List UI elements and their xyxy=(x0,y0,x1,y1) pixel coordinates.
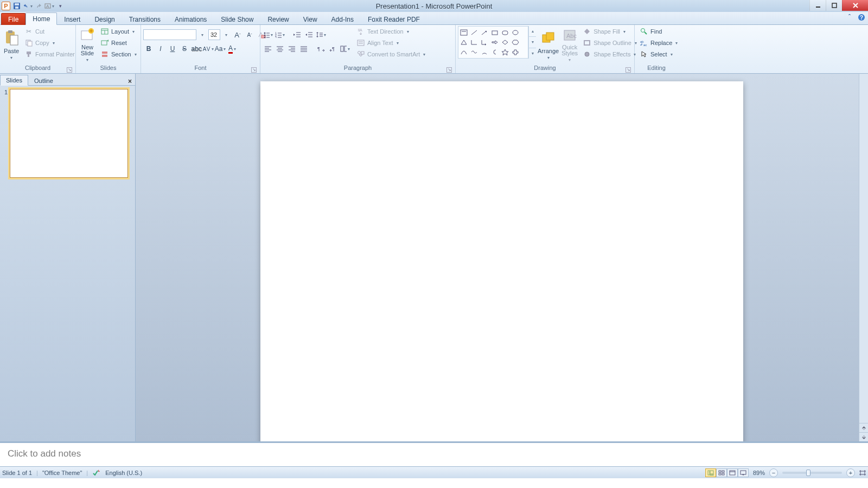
select-button[interactable]: Select xyxy=(637,49,680,60)
slide-thumbnail[interactable]: 1 xyxy=(2,89,133,178)
paste-button[interactable]: Paste ▾ xyxy=(2,26,21,63)
vertical-scrollbar[interactable]: ⬘⬙ xyxy=(859,74,868,441)
shape-block-arrow-icon[interactable] xyxy=(490,39,499,46)
outline-tab[interactable]: Outline xyxy=(28,75,59,86)
shapes-gallery-scroll[interactable]: ▴▾▾ xyxy=(528,26,536,59)
spellcheck-icon[interactable] xyxy=(92,469,101,477)
sorter-view-icon[interactable] xyxy=(716,468,727,477)
shape-triangle-icon[interactable] xyxy=(459,39,468,46)
clipboard-launcher-icon[interactable]: ↘ xyxy=(67,67,72,73)
italic-icon[interactable]: I xyxy=(155,43,166,54)
shape-oval-icon[interactable] xyxy=(511,29,519,36)
undo-icon[interactable] xyxy=(23,1,33,11)
tab-transitions[interactable]: Transitions xyxy=(122,13,168,25)
close-button[interactable] xyxy=(842,0,868,11)
zoom-thumb[interactable] xyxy=(806,470,810,476)
ltr-icon[interactable]: ¶ xyxy=(316,43,327,54)
shape-outline-button[interactable]: Shape Outline xyxy=(580,37,640,48)
drawing-launcher-icon[interactable]: ↘ xyxy=(626,67,631,73)
format-painter-button[interactable]: Format Painter xyxy=(22,49,78,60)
align-text-button[interactable]: Align Text xyxy=(354,37,428,48)
paragraph-launcher-icon[interactable]: ↘ xyxy=(446,67,452,73)
bold-icon[interactable]: B xyxy=(143,43,154,54)
line-spacing-icon[interactable] xyxy=(316,29,327,40)
shape-effects-button[interactable]: Shape Effects xyxy=(580,49,640,60)
strike-icon[interactable]: S xyxy=(179,43,190,54)
status-lang[interactable]: English (U.S.) xyxy=(105,470,142,476)
shape-hex-icon[interactable] xyxy=(511,39,519,46)
columns-icon[interactable] xyxy=(340,43,350,54)
cut-button[interactable]: ✂Cut xyxy=(22,26,78,37)
zoom-slider[interactable] xyxy=(782,472,842,474)
redo-icon[interactable] xyxy=(34,1,43,11)
shape-rect-icon[interactable] xyxy=(490,29,499,36)
tab-review[interactable]: Review xyxy=(260,13,296,25)
arrange-button[interactable]: Arrange▾ xyxy=(537,26,559,63)
status-zoom[interactable]: 89% xyxy=(753,470,765,476)
shadow-icon[interactable]: abc xyxy=(191,43,202,54)
font-size-dropdown[interactable] xyxy=(220,29,231,40)
numbering-icon[interactable]: 123 xyxy=(275,29,285,40)
underline-icon[interactable]: U xyxy=(167,43,178,54)
text-direction-button[interactable]: llAText Direction xyxy=(354,26,428,37)
increase-indent-icon[interactable] xyxy=(304,29,315,40)
thumbnail-list[interactable]: 1 xyxy=(0,86,135,441)
tab-animations[interactable]: Animations xyxy=(168,13,214,25)
shape-line-icon[interactable] xyxy=(470,29,478,36)
slideshow-view-icon[interactable] xyxy=(738,468,749,477)
quick-styles-button[interactable]: Abc Quick Styles▾ xyxy=(560,26,579,63)
shape-roundrect-icon[interactable] xyxy=(501,29,509,36)
align-center-icon[interactable] xyxy=(275,43,285,54)
slide-editor[interactable]: ⬘⬙ xyxy=(136,74,868,441)
slide-canvas[interactable] xyxy=(260,81,743,441)
panel-close-icon[interactable]: × xyxy=(125,78,135,85)
shape-connector-icon[interactable] xyxy=(470,49,478,56)
new-slide-button[interactable]: New Slide ▾ xyxy=(78,26,97,63)
tab-home[interactable]: Home xyxy=(25,12,57,25)
tab-slideshow[interactable]: Slide Show xyxy=(214,13,260,25)
save-icon[interactable] xyxy=(12,1,22,11)
app-icon[interactable]: P xyxy=(1,1,11,11)
tab-addins[interactable]: Add-Ins xyxy=(324,13,361,25)
bullets-icon[interactable] xyxy=(263,29,273,40)
shape-curve-icon[interactable] xyxy=(459,49,468,56)
minimize-button[interactable] xyxy=(809,0,826,11)
grow-font-icon[interactable]: Aˆ xyxy=(232,29,243,40)
shape-fill-button[interactable]: Shape Fill xyxy=(580,26,640,37)
font-size-input[interactable] xyxy=(208,29,220,40)
slides-tab[interactable]: Slides xyxy=(0,75,28,86)
layout-button[interactable]: Layout xyxy=(98,26,139,37)
decrease-indent-icon[interactable] xyxy=(292,29,303,40)
tab-view[interactable]: View xyxy=(296,13,324,25)
help-icon[interactable]: ? xyxy=(857,13,866,22)
tab-insert[interactable]: Insert xyxy=(57,13,87,25)
notes-pane[interactable]: Click to add notes xyxy=(0,441,868,466)
font-name-dropdown[interactable] xyxy=(196,29,207,40)
shape-diamond-icon[interactable] xyxy=(501,39,509,46)
shape-brace-icon[interactable] xyxy=(490,49,499,56)
shape-arrow-icon[interactable] xyxy=(480,29,488,36)
tab-foxit[interactable]: Foxit Reader PDF xyxy=(361,13,427,25)
shrink-font-icon[interactable]: Aˇ xyxy=(244,29,255,40)
font-color-icon[interactable]: A xyxy=(227,43,238,54)
reset-button[interactable]: Reset xyxy=(98,37,139,48)
section-button[interactable]: Section xyxy=(98,49,139,60)
zoom-in-icon[interactable]: + xyxy=(846,468,855,477)
justify-icon[interactable] xyxy=(298,43,309,54)
align-right-icon[interactable] xyxy=(286,43,297,54)
thumbnail-preview[interactable] xyxy=(10,89,128,178)
fit-window-icon[interactable] xyxy=(859,470,866,476)
prev-slide-icon[interactable]: ⬘ xyxy=(859,423,868,432)
qat-customize-icon[interactable]: ▾ xyxy=(55,1,65,11)
tab-file[interactable]: File xyxy=(1,13,25,25)
shapes-gallery[interactable] xyxy=(458,26,528,59)
normal-view-icon[interactable] xyxy=(705,468,716,477)
align-left-icon[interactable] xyxy=(263,43,273,54)
shape-elbow-arrow-icon[interactable] xyxy=(480,39,488,46)
rtl-icon[interactable]: ¶ xyxy=(328,43,339,54)
shape-textbox-icon[interactable] xyxy=(459,29,468,36)
minimize-ribbon-icon[interactable]: ˆ xyxy=(845,13,854,22)
shape-arc-icon[interactable] xyxy=(480,49,488,56)
char-spacing-icon[interactable]: AV xyxy=(203,43,214,54)
shape-plus-icon[interactable] xyxy=(511,49,519,56)
